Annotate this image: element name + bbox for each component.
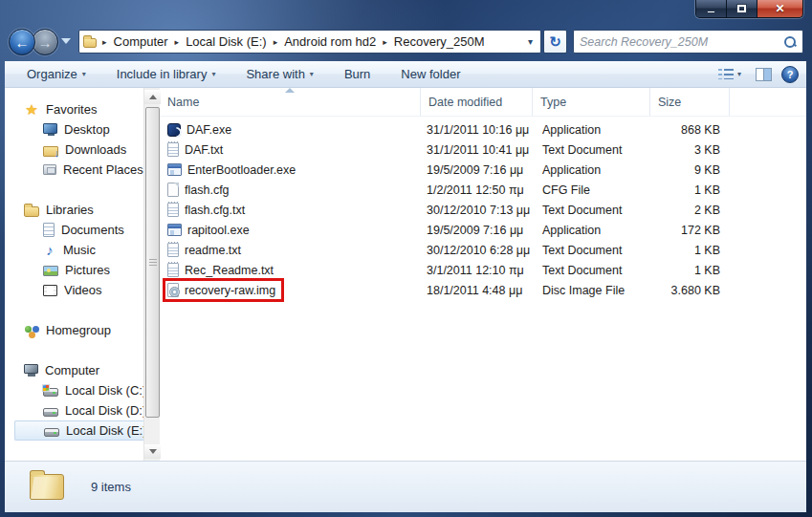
close-button[interactable]: ✕: [757, 0, 802, 17]
breadcrumb-separator-icon[interactable]: ▸: [377, 37, 393, 47]
toolbar-button-organize[interactable]: Organize▾: [18, 63, 95, 85]
file-type: Application: [533, 224, 650, 237]
file-type: Text Document: [533, 204, 650, 217]
minimize-button[interactable]: [696, 0, 727, 17]
toolbar-button-include-in-library[interactable]: Include in library▾: [108, 63, 225, 85]
file-row[interactable]: recovery-raw.img18/1/2011 4:48 μμDisc Im…: [160, 280, 806, 300]
sidebar-item-music[interactable]: ♪Music: [5, 240, 143, 260]
sidebar-item-documents[interactable]: Documents: [5, 220, 143, 240]
folder-details-icon: [30, 474, 64, 500]
sidebar-item-videos[interactable]: Videos: [5, 280, 143, 300]
breadcrumb-item[interactable]: Computer: [113, 32, 169, 51]
column-header-date-modified[interactable]: Date modified: [421, 88, 533, 116]
windows-flag-icon: [42, 383, 50, 392]
toolbar-button-burn[interactable]: Burn: [336, 63, 379, 85]
music-icon: ♪: [43, 243, 56, 258]
nav-pane-scrollbar[interactable]: [143, 88, 160, 461]
file-type: Text Document: [533, 264, 650, 277]
application-installer-icon: [167, 123, 181, 137]
preview-pane-button[interactable]: [756, 68, 772, 81]
highlight-red-box: recovery-raw.img: [163, 278, 284, 302]
sidebar-group-homegroup[interactable]: Homegroup: [5, 320, 143, 340]
sidebar-item-pictures[interactable]: Pictures: [5, 260, 143, 280]
file-row[interactable]: Rec_Readme.txt3/1/2011 12:10 πμText Docu…: [160, 260, 806, 280]
file-name-cell: DAF.txt: [160, 142, 421, 157]
file-name-label: readme.txt: [185, 244, 241, 257]
column-header-name[interactable]: Name: [160, 88, 421, 116]
favorites-star-icon: ★: [24, 102, 39, 118]
libraries-icon: [24, 206, 39, 217]
breadcrumb-separator-icon[interactable]: ▸: [97, 37, 113, 47]
toolbar-button-label: Include in library: [117, 67, 208, 81]
address-bar[interactable]: ▸Computer▸Local Disk (E:)▸Android rom hd…: [78, 30, 541, 54]
breadcrumb-item[interactable]: Recovery_250M: [393, 32, 486, 51]
file-row[interactable]: readme.txt30/12/2010 6:28 μμText Documen…: [160, 240, 806, 260]
column-header-size[interactable]: Size: [650, 88, 730, 116]
maximize-button[interactable]: [727, 0, 757, 17]
generic-file-icon: [167, 183, 179, 197]
toolbar-button-new-folder[interactable]: New folder: [392, 63, 469, 85]
file-name-label: EnterBootloader.exe: [187, 163, 296, 177]
text-document-icon: [167, 142, 179, 157]
sidebar-group-computer[interactable]: Computer: [5, 360, 143, 380]
title-bar[interactable]: ✕: [0, 0, 812, 21]
sidebar-item-recent-places[interactable]: Recent Places: [5, 160, 143, 180]
column-header-label: Date modified: [428, 96, 502, 109]
sidebar-group-gap: [5, 300, 143, 320]
sidebar-group-favorites[interactable]: ★Favorites: [5, 99, 143, 119]
file-row[interactable]: flash.cfg.txt30/12/2010 7:13 μμText Docu…: [160, 200, 806, 220]
item-count: 9 items: [91, 480, 131, 494]
sidebar-item-label: Videos: [64, 283, 102, 297]
toolbar-button-share-with[interactable]: Share with▾: [237, 63, 321, 85]
change-view-button[interactable]: ▾: [713, 65, 746, 83]
views-dropdown-icon: ▾: [737, 70, 741, 78]
file-row[interactable]: flash.cfg1/2/2011 12:50 πμCFG File1 KB: [160, 180, 806, 200]
breadcrumb-separator-icon[interactable]: ▸: [169, 37, 186, 47]
sidebar-item-label: Local Disk (D:): [65, 403, 143, 418]
breadcrumb-item[interactable]: Android rom hd2: [283, 32, 377, 51]
text-document-icon: [167, 263, 179, 277]
scroll-down-button[interactable]: [144, 444, 161, 459]
scrollbar-thumb[interactable]: [145, 107, 160, 418]
search-icon[interactable]: [783, 35, 797, 49]
sidebar-item-label: Recent Places: [63, 162, 143, 177]
scroll-up-button[interactable]: [144, 90, 161, 104]
column-header-label: Name: [167, 96, 199, 109]
file-row[interactable]: rapitool.exe19/5/2009 7:16 μμApplication…: [160, 220, 806, 240]
sidebar-group-libraries[interactable]: Libraries: [5, 200, 143, 220]
back-button[interactable]: ←: [9, 29, 35, 55]
column-headers: NameDate modifiedTypeSize: [160, 88, 806, 117]
file-size: 2 KB: [650, 204, 730, 217]
toolbar-right-group: ▾ ?: [713, 65, 799, 83]
desktop-icon: [43, 123, 57, 134]
breadcrumb-item[interactable]: Local Disk (E:): [185, 32, 268, 51]
file-name-cell: DAF.exe: [160, 123, 421, 137]
minimize-icon: [707, 11, 715, 13]
application-icon: [167, 224, 182, 236]
breadcrumb-separator-icon[interactable]: ▸: [268, 37, 284, 47]
recent-pages-dropdown[interactable]: [61, 38, 71, 44]
file-row[interactable]: DAF.exe31/1/2011 10:16 μμApplication868 …: [160, 119, 806, 140]
sidebar-item-local-disk-d-[interactable]: Local Disk (D:): [5, 400, 143, 420]
toolbar-button-label: New folder: [401, 67, 460, 81]
sidebar-group-gap: [5, 340, 143, 360]
computer-icon: [24, 364, 38, 374]
help-button[interactable]: ?: [781, 66, 799, 83]
sidebar-item-desktop[interactable]: Desktop: [5, 119, 143, 140]
file-size: 172 KB: [650, 224, 730, 237]
file-name-label: flash.cfg.txt: [185, 204, 245, 217]
column-header-type[interactable]: Type: [533, 88, 650, 116]
sidebar-item-local-disk-c-[interactable]: Local Disk (C:): [5, 380, 143, 400]
forward-button[interactable]: →: [32, 29, 58, 55]
search-input[interactable]: [580, 35, 783, 49]
refresh-button[interactable]: ↻: [543, 30, 567, 54]
sidebar-item-downloads[interactable]: Downloads: [5, 140, 143, 160]
file-row[interactable]: DAF.txt31/1/2011 10:41 μμText Document3 …: [160, 140, 806, 160]
file-name-label: rapitool.exe: [187, 224, 250, 237]
help-icon: ?: [787, 69, 794, 80]
file-row[interactable]: EnterBootloader.exe19/5/2009 7:16 μμAppl…: [160, 160, 806, 180]
address-dropdown-icon[interactable]: ▾: [522, 36, 538, 47]
file-date-modified: 31/1/2011 10:16 μμ: [421, 123, 533, 137]
sidebar-item-local-disk-e-[interactable]: Local Disk (E:): [14, 420, 143, 441]
file-size: 3.680 KB: [650, 284, 730, 297]
